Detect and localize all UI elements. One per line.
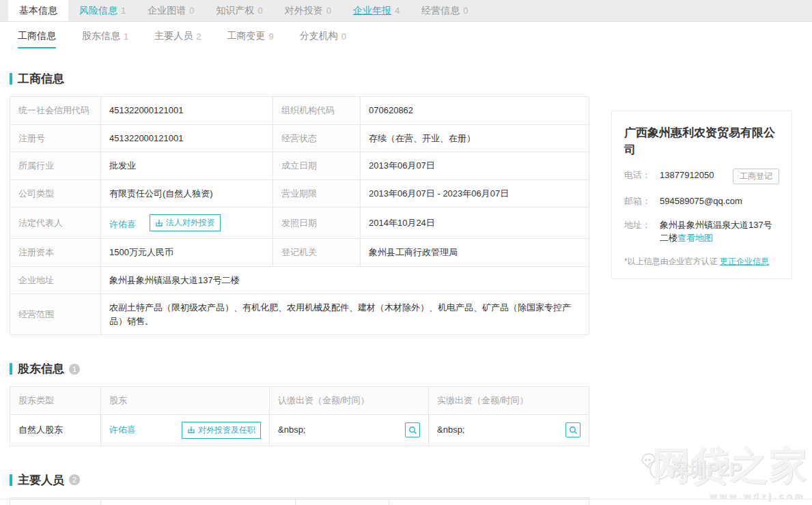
field-label: 经营范围 bbox=[10, 294, 101, 335]
field-label: 注册资本 bbox=[10, 239, 101, 267]
section-accent-bar bbox=[10, 474, 12, 486]
subtab-label: 主要人员 bbox=[154, 30, 193, 42]
field-label: 所属行业 bbox=[10, 152, 101, 180]
business-info-table: 统一社会信用代码 451322000121001 组织机构代码 07062086… bbox=[10, 96, 589, 335]
section-shareholders-header: 股东信息 1 bbox=[10, 361, 589, 377]
tab-label: 企业图谱 bbox=[148, 5, 186, 17]
tab-label: 基本信息 bbox=[19, 5, 57, 17]
subtab-label: 工商变更 bbox=[227, 30, 265, 42]
field-value: 象州县象州镇温泉大道137号二楼 bbox=[101, 266, 589, 294]
tab-basic-info[interactable]: 基本信息 bbox=[8, 0, 68, 21]
table-row: 经营范围 农副土特产品（限初级农产品）、有机化肥、农用机械及配件、建材（木材除外… bbox=[10, 294, 589, 335]
shareholder-invest-button[interactable]: 对外投资及任职 bbox=[182, 422, 261, 439]
certification-note: *以上信息由企业官方认证 更正企业信息 bbox=[624, 256, 779, 268]
section-business-info-header: 工商信息 bbox=[10, 71, 589, 87]
magnifier-icon bbox=[408, 426, 417, 435]
paid-detail-button[interactable] bbox=[565, 422, 580, 437]
company-name: 广西象州惠利农资贸易有限公司 bbox=[624, 125, 779, 158]
table-row: 自然人股东 许佑喜 对外投资及任职 &nbsp; bbox=[10, 414, 589, 446]
section-accent-bar bbox=[10, 73, 12, 85]
field-label: 经营状态 bbox=[273, 124, 361, 152]
subtab-shareholders[interactable]: 股东信息1 bbox=[82, 22, 128, 50]
shareholders-table: 股东类型 股东 认缴出资（金额/时间） 实缴出资（金额/时间） 自然人股东 许佑… bbox=[10, 386, 589, 446]
column-header: 股东类型 bbox=[10, 387, 101, 415]
view-map-link[interactable]: 查看地图 bbox=[677, 233, 713, 243]
tab-company-graph[interactable]: 企业图谱0 bbox=[137, 0, 205, 21]
table-row: 注册资本 1500万元人民币 登记机关 象州县工商行政管理局 bbox=[10, 239, 589, 267]
shareholder-type: 自然人股东 bbox=[10, 414, 101, 446]
subtab-branches[interactable]: 分支机构0 bbox=[300, 22, 346, 50]
tab-count: 1 bbox=[121, 5, 126, 16]
field-label: 企业地址 bbox=[10, 266, 101, 294]
count-badge: 2 bbox=[69, 474, 80, 485]
tab-risk-info[interactable]: 风险信息1 bbox=[68, 0, 137, 21]
email-link[interactable]: 594589075@qq.com bbox=[660, 194, 742, 208]
field-value: 批发业 bbox=[101, 152, 273, 180]
invest-icon bbox=[187, 426, 195, 434]
field-value: 2013年06月07日 - 2023年06月07日 bbox=[361, 179, 589, 207]
tab-count: 4 bbox=[395, 5, 400, 16]
secondary-tabs: 工商信息 股东信息1 主要人员2 工商变更9 分支机构0 bbox=[0, 22, 812, 50]
field-value: 2014年10月24日 bbox=[361, 207, 589, 239]
subtab-business-changes[interactable]: 工商变更9 bbox=[227, 22, 273, 50]
tab-label: 经营信息 bbox=[421, 5, 460, 17]
field-value: 2013年06月07日 bbox=[361, 152, 589, 180]
section-title: 工商信息 bbox=[18, 71, 64, 87]
count-badge: 1 bbox=[69, 364, 80, 375]
column-header: 实缴出资（金额/时间） bbox=[429, 387, 589, 415]
subtab-count: 2 bbox=[196, 31, 201, 42]
subtab-business-info[interactable]: 工商信息 bbox=[18, 22, 56, 50]
column-header: 认缴出资（金额/时间） bbox=[270, 387, 429, 415]
subtab-label: 股东信息 bbox=[82, 30, 120, 42]
tab-label: 知识产权 bbox=[216, 5, 254, 17]
field-value: 451322000121001 bbox=[101, 124, 273, 152]
business-registration-button[interactable]: 工商登记 bbox=[733, 169, 779, 184]
correct-info-link[interactable]: 更正企业信息 bbox=[720, 257, 769, 266]
phone-label: 电话： bbox=[624, 169, 660, 184]
page-bottom-divider bbox=[0, 499, 812, 500]
tab-label: 企业年报 bbox=[353, 5, 391, 17]
field-value: 070620862 bbox=[361, 97, 589, 125]
address-value: 象州县象州镇温泉大道137号二楼查看地图 bbox=[660, 218, 779, 245]
legal-rep-link[interactable]: 许佑喜 bbox=[109, 219, 136, 229]
shareholder-link[interactable]: 许佑喜 bbox=[109, 423, 136, 437]
table-row: 注册号 451322000121001 经营状态 存续（在营、开业、在册） bbox=[10, 124, 589, 152]
address-label: 地址： bbox=[624, 218, 660, 245]
subtab-count: 1 bbox=[124, 31, 128, 42]
table-row: 企业地址 象州县象州镇温泉大道137号二楼 bbox=[10, 266, 589, 294]
field-value: 1500万元人民币 bbox=[101, 239, 273, 267]
section-title: 股东信息 bbox=[18, 361, 64, 377]
field-value: 451322000121001 bbox=[101, 97, 273, 125]
field-value: 有限责任公司(自然人独资) bbox=[101, 179, 273, 207]
subtab-label: 工商信息 bbox=[18, 30, 56, 42]
subscribed-capital-value: &nbsp; bbox=[278, 423, 305, 437]
field-label: 发照日期 bbox=[273, 207, 361, 239]
tab-operation-info[interactable]: 经营信息0 bbox=[410, 0, 479, 21]
tab-annual-report[interactable]: 企业年报4 bbox=[342, 0, 410, 21]
section-accent-bar bbox=[10, 363, 12, 375]
field-value: 存续（在营、开业、在册） bbox=[361, 124, 589, 152]
button-label: 对外投资及任职 bbox=[198, 424, 255, 436]
tab-count: 0 bbox=[189, 5, 194, 16]
tab-count: 0 bbox=[463, 5, 468, 16]
legal-rep-invest-button[interactable]: 法人对外投资 bbox=[150, 214, 221, 231]
subtab-key-personnel[interactable]: 主要人员2 bbox=[154, 22, 201, 50]
invest-icon bbox=[155, 219, 163, 227]
tab-count: 0 bbox=[326, 5, 331, 16]
tab-label: 对外投资 bbox=[285, 5, 323, 17]
field-label: 注册号 bbox=[10, 124, 101, 152]
column-header: 股东 bbox=[101, 387, 270, 415]
address-text: 象州县象州镇温泉大道137号二楼 bbox=[660, 220, 772, 244]
table-row: 统一社会信用代码 451322000121001 组织机构代码 07062086… bbox=[10, 97, 589, 125]
subtab-count: 9 bbox=[268, 31, 273, 42]
field-label: 公司类型 bbox=[10, 179, 101, 207]
tab-outbound-investment[interactable]: 对外投资0 bbox=[274, 0, 342, 21]
tab-intellectual-property[interactable]: 知识产权0 bbox=[205, 0, 273, 21]
field-label: 统一社会信用代码 bbox=[10, 97, 101, 125]
table-header-row: 股东类型 股东 认缴出资（金额/时间） 实缴出资（金额/时间） bbox=[10, 387, 589, 415]
field-label: 成立日期 bbox=[273, 152, 361, 180]
field-value: 农副土特产品（限初级农产品）、有机化肥、农用机械及配件、建材（木材除外）、机电产… bbox=[101, 294, 589, 335]
subscribed-detail-button[interactable] bbox=[405, 422, 420, 437]
section-key-personnel-header: 主要人员 2 bbox=[10, 472, 589, 488]
tab-label: 风险信息 bbox=[79, 5, 117, 17]
